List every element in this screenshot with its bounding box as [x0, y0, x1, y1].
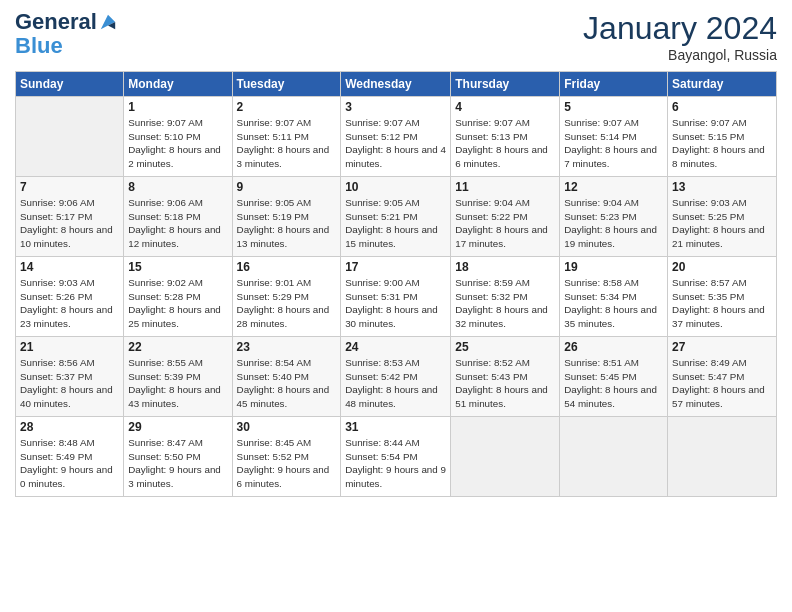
daylight-label: Daylight: 8 hours and 8 minutes. [672, 144, 765, 169]
day-info: Sunrise: 9:07 AM Sunset: 5:14 PM Dayligh… [564, 116, 663, 171]
day-info: Sunrise: 9:07 AM Sunset: 5:13 PM Dayligh… [455, 116, 555, 171]
calendar-cell [668, 417, 777, 497]
day-number: 1 [128, 100, 227, 114]
sunrise-label: Sunrise: 8:44 AM [345, 437, 420, 448]
day-info: Sunrise: 8:44 AM Sunset: 5:54 PM Dayligh… [345, 436, 446, 491]
sunrise-label: Sunrise: 8:56 AM [20, 357, 95, 368]
header-monday: Monday [124, 72, 232, 97]
calendar-cell: 6 Sunrise: 9:07 AM Sunset: 5:15 PM Dayli… [668, 97, 777, 177]
sunset-label: Sunset: 5:50 PM [128, 451, 200, 462]
sunset-label: Sunset: 5:32 PM [455, 291, 527, 302]
daylight-label: Daylight: 8 hours and 51 minutes. [455, 384, 548, 409]
calendar-cell [560, 417, 668, 497]
daylight-label: Daylight: 8 hours and 3 minutes. [237, 144, 330, 169]
sunrise-label: Sunrise: 8:57 AM [672, 277, 747, 288]
sunrise-label: Sunrise: 9:07 AM [672, 117, 747, 128]
header-wednesday: Wednesday [341, 72, 451, 97]
daylight-label: Daylight: 8 hours and 4 minutes. [345, 144, 446, 169]
calendar-cell: 29 Sunrise: 8:47 AM Sunset: 5:50 PM Dayl… [124, 417, 232, 497]
daylight-label: Daylight: 8 hours and 19 minutes. [564, 224, 657, 249]
daylight-label: Daylight: 8 hours and 13 minutes. [237, 224, 330, 249]
sunset-label: Sunset: 5:45 PM [564, 371, 636, 382]
header-thursday: Thursday [451, 72, 560, 97]
sunrise-label: Sunrise: 8:55 AM [128, 357, 203, 368]
day-number: 22 [128, 340, 227, 354]
daylight-label: Daylight: 9 hours and 6 minutes. [237, 464, 330, 489]
daylight-label: Daylight: 8 hours and 6 minutes. [455, 144, 548, 169]
sunrise-label: Sunrise: 9:06 AM [128, 197, 203, 208]
day-number: 18 [455, 260, 555, 274]
daylight-label: Daylight: 8 hours and 25 minutes. [128, 304, 221, 329]
day-info: Sunrise: 8:45 AM Sunset: 5:52 PM Dayligh… [237, 436, 337, 491]
sunrise-label: Sunrise: 9:05 AM [345, 197, 420, 208]
sunrise-label: Sunrise: 9:07 AM [128, 117, 203, 128]
day-info: Sunrise: 8:47 AM Sunset: 5:50 PM Dayligh… [128, 436, 227, 491]
day-number: 7 [20, 180, 119, 194]
daylight-label: Daylight: 8 hours and 48 minutes. [345, 384, 438, 409]
sunrise-label: Sunrise: 9:04 AM [564, 197, 639, 208]
calendar-cell: 10 Sunrise: 9:05 AM Sunset: 5:21 PM Dayl… [341, 177, 451, 257]
day-info: Sunrise: 8:51 AM Sunset: 5:45 PM Dayligh… [564, 356, 663, 411]
day-number: 20 [672, 260, 772, 274]
calendar-cell: 16 Sunrise: 9:01 AM Sunset: 5:29 PM Dayl… [232, 257, 341, 337]
day-info: Sunrise: 9:04 AM Sunset: 5:22 PM Dayligh… [455, 196, 555, 251]
daylight-label: Daylight: 8 hours and 32 minutes. [455, 304, 548, 329]
day-info: Sunrise: 9:07 AM Sunset: 5:15 PM Dayligh… [672, 116, 772, 171]
day-info: Sunrise: 8:52 AM Sunset: 5:43 PM Dayligh… [455, 356, 555, 411]
sunset-label: Sunset: 5:21 PM [345, 211, 417, 222]
calendar-cell: 30 Sunrise: 8:45 AM Sunset: 5:52 PM Dayl… [232, 417, 341, 497]
day-number: 5 [564, 100, 663, 114]
sunset-label: Sunset: 5:43 PM [455, 371, 527, 382]
day-number: 2 [237, 100, 337, 114]
logo-text-general: General [15, 10, 97, 34]
day-number: 23 [237, 340, 337, 354]
sunset-label: Sunset: 5:34 PM [564, 291, 636, 302]
daylight-label: Daylight: 8 hours and 7 minutes. [564, 144, 657, 169]
sunset-label: Sunset: 5:31 PM [345, 291, 417, 302]
daylight-label: Daylight: 8 hours and 15 minutes. [345, 224, 438, 249]
calendar-cell: 8 Sunrise: 9:06 AM Sunset: 5:18 PM Dayli… [124, 177, 232, 257]
sunrise-label: Sunrise: 8:52 AM [455, 357, 530, 368]
day-info: Sunrise: 8:59 AM Sunset: 5:32 PM Dayligh… [455, 276, 555, 331]
day-info: Sunrise: 8:48 AM Sunset: 5:49 PM Dayligh… [20, 436, 119, 491]
day-info: Sunrise: 8:56 AM Sunset: 5:37 PM Dayligh… [20, 356, 119, 411]
day-number: 29 [128, 420, 227, 434]
calendar-cell: 7 Sunrise: 9:06 AM Sunset: 5:17 PM Dayli… [16, 177, 124, 257]
daylight-label: Daylight: 9 hours and 0 minutes. [20, 464, 113, 489]
sunset-label: Sunset: 5:14 PM [564, 131, 636, 142]
sunset-label: Sunset: 5:49 PM [20, 451, 92, 462]
calendar-cell: 18 Sunrise: 8:59 AM Sunset: 5:32 PM Dayl… [451, 257, 560, 337]
day-info: Sunrise: 9:05 AM Sunset: 5:19 PM Dayligh… [237, 196, 337, 251]
day-info: Sunrise: 9:07 AM Sunset: 5:10 PM Dayligh… [128, 116, 227, 171]
daylight-label: Daylight: 8 hours and 54 minutes. [564, 384, 657, 409]
sunrise-label: Sunrise: 8:49 AM [672, 357, 747, 368]
calendar-week-1: 1 Sunrise: 9:07 AM Sunset: 5:10 PM Dayli… [16, 97, 777, 177]
sunset-label: Sunset: 5:28 PM [128, 291, 200, 302]
logo-text-blue: Blue [15, 33, 63, 58]
day-info: Sunrise: 8:58 AM Sunset: 5:34 PM Dayligh… [564, 276, 663, 331]
calendar-cell: 22 Sunrise: 8:55 AM Sunset: 5:39 PM Dayl… [124, 337, 232, 417]
daylight-label: Daylight: 8 hours and 12 minutes. [128, 224, 221, 249]
header-tuesday: Tuesday [232, 72, 341, 97]
sunrise-label: Sunrise: 9:07 AM [564, 117, 639, 128]
sunset-label: Sunset: 5:39 PM [128, 371, 200, 382]
day-number: 19 [564, 260, 663, 274]
sunrise-label: Sunrise: 9:00 AM [345, 277, 420, 288]
daylight-label: Daylight: 8 hours and 43 minutes. [128, 384, 221, 409]
daylight-label: Daylight: 8 hours and 2 minutes. [128, 144, 221, 169]
day-number: 25 [455, 340, 555, 354]
daylight-label: Daylight: 8 hours and 57 minutes. [672, 384, 765, 409]
day-info: Sunrise: 9:07 AM Sunset: 5:12 PM Dayligh… [345, 116, 446, 171]
sunrise-label: Sunrise: 8:48 AM [20, 437, 95, 448]
sunrise-label: Sunrise: 9:07 AM [345, 117, 420, 128]
sunset-label: Sunset: 5:35 PM [672, 291, 744, 302]
day-info: Sunrise: 8:54 AM Sunset: 5:40 PM Dayligh… [237, 356, 337, 411]
header-friday: Friday [560, 72, 668, 97]
sunset-label: Sunset: 5:52 PM [237, 451, 309, 462]
calendar-cell: 25 Sunrise: 8:52 AM Sunset: 5:43 PM Dayl… [451, 337, 560, 417]
day-info: Sunrise: 9:04 AM Sunset: 5:23 PM Dayligh… [564, 196, 663, 251]
daylight-label: Daylight: 9 hours and 3 minutes. [128, 464, 221, 489]
calendar-cell [16, 97, 124, 177]
calendar-week-4: 21 Sunrise: 8:56 AM Sunset: 5:37 PM Dayl… [16, 337, 777, 417]
sunset-label: Sunset: 5:25 PM [672, 211, 744, 222]
